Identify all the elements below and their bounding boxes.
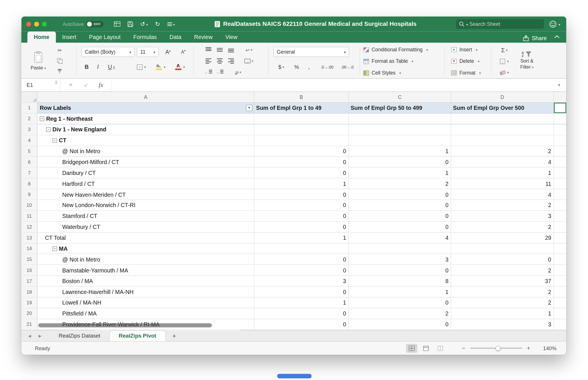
cell-label[interactable]: @ Not in Metro [38,146,254,157]
ribbon-tab-insert[interactable]: Insert [56,32,82,43]
currency-button[interactable]: $ [274,62,289,72]
cell-value[interactable] [349,124,451,135]
collapse-button[interactable]: − [53,138,57,143]
increase-indent-button[interactable]: → [215,68,225,77]
comma-style-button[interactable]: , [304,62,314,72]
align-center-button[interactable] [215,57,225,65]
cell-value[interactable]: 0 [349,319,451,330]
row-header-7[interactable]: 7 [21,167,37,178]
cell-empty[interactable] [554,297,566,308]
cell-empty[interactable] [554,135,566,146]
cell-value[interactable]: 2 [451,146,554,157]
cell-label[interactable]: −MA [38,243,254,254]
cell-value[interactable]: 1 [451,308,554,319]
number-format-combo[interactable]: General [273,47,349,57]
cell-value[interactable]: 0 [254,146,349,157]
sheet-tab-realzips-dataset[interactable]: RealZips Dataset [50,331,109,341]
cell-value[interactable]: 11 [451,178,554,189]
horizontal-scrollbar[interactable] [38,323,212,327]
toolbar-options-button[interactable] [167,21,175,28]
cell-value[interactable]: 2 [451,297,554,308]
zoom-slider[interactable] [470,348,522,349]
cell-value[interactable]: 1 [349,287,451,297]
collapse-button[interactable]: − [40,116,44,121]
cell-value[interactable] [254,114,349,124]
ribbon-tab-view[interactable]: View [219,32,244,43]
decrease-indent-button[interactable]: ← [204,68,213,77]
cell-label[interactable]: −Div 1 - New England [38,124,254,135]
shrink-font-button[interactable]: A [177,47,190,57]
delete-cells-button[interactable]: × Delete [451,56,479,66]
align-top-button[interactable] [204,46,213,54]
search-scope-caret[interactable] [466,21,468,28]
cell-value[interactable]: 0 [349,200,451,211]
name-box-stepper[interactable]: ▲▼ [55,80,57,85]
column-header-a[interactable]: A [38,92,254,102]
undo-button[interactable] [140,20,148,28]
decrease-decimal-button[interactable]: .00→.0 [338,62,357,72]
underline-button[interactable]: U [104,62,119,72]
cell-value[interactable]: 0 [254,254,349,265]
cell-label[interactable]: Danbury / CT [38,167,254,178]
cell-value[interactable]: 0 [254,200,349,211]
cell-value[interactable]: 1 [349,146,451,157]
ribbon-tab-page-layout[interactable]: Page Layout [83,32,127,43]
cell-empty[interactable] [554,254,566,265]
increase-decimal-button[interactable]: .0→.00 [318,62,336,72]
format-painter-button[interactable] [53,67,66,75]
autosave-toggle[interactable]: OFF [86,21,103,27]
row-header-3[interactable]: 3 [21,124,37,135]
clear-button[interactable] [496,68,512,77]
cell-value[interactable] [451,243,554,254]
font-name-combo[interactable]: Calibri (Body) [81,47,134,57]
font-name-caret[interactable] [129,49,131,55]
minimize-window-button[interactable] [34,22,39,26]
row-header-16[interactable]: 16 [21,265,37,276]
font-size-caret[interactable] [153,49,155,55]
cell-value[interactable] [349,114,451,124]
cell-label[interactable]: Lawrence-Haverhill / MA-NH [38,287,254,297]
cell-value[interactable]: 0 [254,211,349,222]
cell-label[interactable]: CT Total [38,233,254,243]
row-header-21[interactable]: 21 [21,319,37,330]
row-header-9[interactable]: 9 [21,189,37,200]
align-middle-button[interactable] [215,46,225,54]
column-header-d[interactable]: D [451,92,554,102]
cell-value[interactable]: 37 [451,276,554,287]
ribbon-tab-formulas[interactable]: Formulas [127,32,163,43]
cell-value[interactable]: 0 [254,287,349,297]
row-header-4[interactable]: 4 [21,135,37,146]
row-header-15[interactable]: 15 [21,254,37,265]
bold-button[interactable]: B [81,62,92,72]
cell-value[interactable] [451,124,554,135]
cell-value[interactable]: 3 [451,211,554,222]
orientation-button[interactable] [231,68,245,77]
font-color-button[interactable]: A [171,62,189,72]
cell-value[interactable]: 1 [254,178,349,189]
zoom-in-button[interactable]: + [527,345,530,352]
row-header-13[interactable]: 13 [21,233,37,243]
percent-button[interactable]: % [291,62,302,72]
cell-empty[interactable] [554,265,566,276]
close-window-button[interactable] [26,22,31,26]
cell-value[interactable]: 3 [451,319,554,330]
cell-label[interactable]: Bridgeport-Milford / CT [38,157,254,168]
cell-label[interactable]: New Haven-Meriden / CT [38,189,254,200]
cell-value[interactable]: 0 [349,157,451,168]
number-format-caret[interactable] [344,49,346,55]
feedback-caret[interactable] [558,21,560,28]
fill-color-button[interactable] [152,62,169,72]
insert-cells-button[interactable]: + Insert [451,45,477,54]
cell-label[interactable]: Pittsfield / MA [38,308,254,319]
ribbon-tab-home[interactable]: Home [27,32,56,43]
cell-value[interactable] [349,243,451,254]
paste-button[interactable]: Paste [27,44,49,77]
row-header-6[interactable]: 6 [21,157,37,168]
borders-button[interactable] [133,62,150,72]
row-header-18[interactable]: 18 [21,287,37,297]
cell-empty[interactable] [554,222,566,233]
cell-value[interactable]: 2 [451,200,554,211]
cell-value[interactable]: 0 [349,265,451,276]
zoom-slider-thumb[interactable] [496,346,501,351]
cell-value[interactable]: 2 [349,178,451,189]
